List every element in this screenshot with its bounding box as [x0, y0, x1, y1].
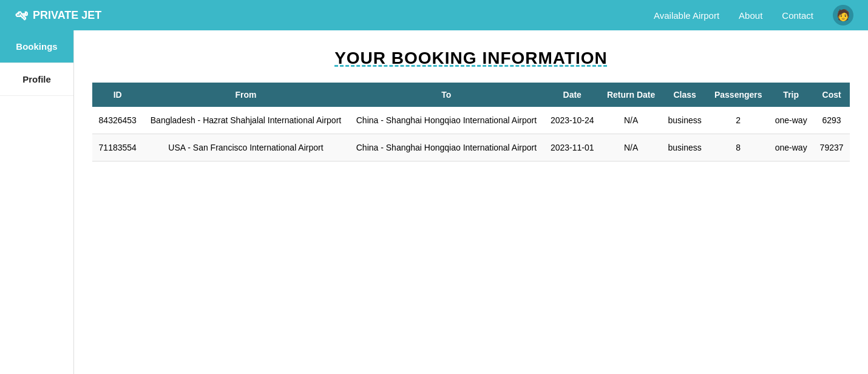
cell-4: N/A — [600, 134, 662, 162]
cell-3: 2023-11-01 — [544, 134, 600, 162]
col-to: To — [349, 83, 544, 107]
nav-contact[interactable]: Contact — [782, 10, 813, 21]
cell-6: 8 — [708, 134, 768, 162]
col-return-date: Return Date — [600, 83, 662, 107]
sidebar-item-bookings[interactable]: Bookings — [0, 30, 73, 63]
nav-links: Available Airport About Contact 🧑 — [654, 5, 853, 25]
col-trip: Trip — [768, 83, 813, 107]
layout: Bookings Profile YOUR BOOKING INFORMATIO… — [0, 30, 868, 374]
col-passengers: Passengers — [708, 83, 768, 107]
brand-name: PRIVATE JET — [33, 9, 101, 22]
plane-icon: 🛩 — [15, 7, 28, 23]
nav-available-airport[interactable]: Available Airport — [654, 10, 719, 21]
navbar: 🛩 PRIVATE JET Available Airport About Co… — [0, 0, 868, 30]
sidebar-item-profile[interactable]: Profile — [0, 63, 73, 96]
brand: 🛩 PRIVATE JET — [15, 7, 101, 23]
bookings-table: ID From To Date Return Date Class Passen… — [92, 83, 850, 162]
col-from: From — [143, 83, 348, 107]
cell-3: 2023-10-24 — [544, 107, 600, 134]
nav-about[interactable]: About — [739, 10, 762, 21]
cell-0: 71183554 — [92, 134, 143, 162]
cell-1: USA - San Francisco International Airpor… — [143, 134, 348, 162]
col-cost: Cost — [813, 83, 850, 107]
cell-7: one-way — [768, 134, 813, 162]
cell-2: China - Shanghai Hongqiao International … — [349, 107, 544, 134]
page-title: YOUR BOOKING INFORMATION — [92, 49, 850, 68]
cell-6: 2 — [708, 107, 768, 134]
col-date: Date — [544, 83, 600, 107]
sidebar: Bookings Profile — [0, 30, 74, 374]
cell-5: business — [662, 134, 708, 162]
cell-0: 84326453 — [92, 107, 143, 134]
table-row: 71183554USA - San Francisco Internationa… — [92, 134, 850, 162]
cell-2: China - Shanghai Hongqiao International … — [349, 134, 544, 162]
cell-1: Bangladesh - Hazrat Shahjalal Internatio… — [143, 107, 348, 134]
table-row: 84326453Bangladesh - Hazrat Shahjalal In… — [92, 107, 850, 134]
main-content: YOUR BOOKING INFORMATION ID From To Date… — [74, 30, 868, 374]
cell-8: 79237 — [813, 134, 850, 162]
cell-7: one-way — [768, 107, 813, 134]
cell-4: N/A — [600, 107, 662, 134]
col-class: Class — [662, 83, 708, 107]
cell-8: 6293 — [813, 107, 850, 134]
nav-avatar[interactable]: 🧑 — [833, 5, 853, 25]
cell-5: business — [662, 107, 708, 134]
col-id: ID — [92, 83, 143, 107]
